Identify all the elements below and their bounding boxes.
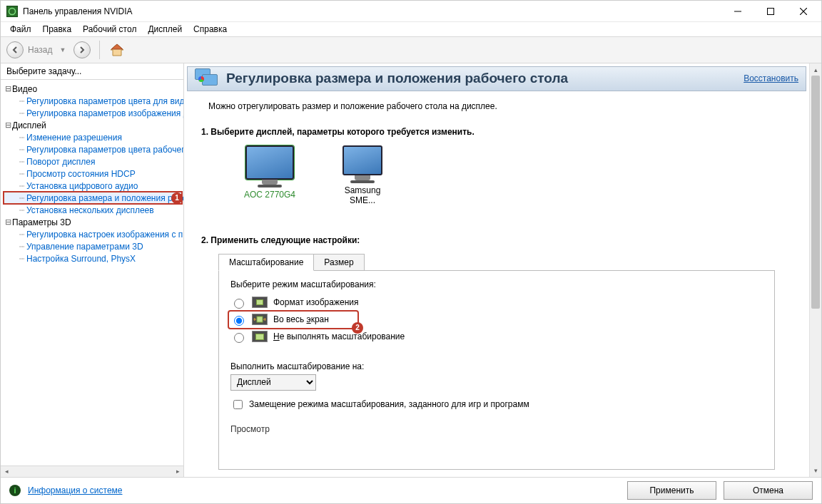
display-option-0[interactable]: AOC 2770G4 bbox=[241, 145, 298, 205]
back-dropdown-icon[interactable]: ▼ bbox=[59, 46, 69, 53]
back-button[interactable] bbox=[6, 41, 24, 58]
collapse-icon[interactable]: ⊟ bbox=[4, 217, 12, 227]
page-title: Регулировка размера и положения рабочего… bbox=[226, 71, 735, 86]
content-pane: Регулировка размера и положения рабочего… bbox=[184, 63, 809, 477]
tree-video-item-1[interactable]: ┈Регулировка параметров изображения д bbox=[4, 107, 183, 119]
radio-fullscreen-input[interactable] bbox=[234, 316, 244, 326]
fullscreen-icon bbox=[252, 314, 268, 325]
perform-scaling-on-label: Выполнить масштабирование на: bbox=[230, 361, 763, 371]
tab-panel-scaling: Выберите режим масштабирования: Формат и… bbox=[218, 270, 775, 470]
display-option-1[interactable]: Samsung SME... bbox=[334, 145, 391, 205]
settings-tabs: Масштабирование Размер bbox=[218, 254, 792, 270]
perform-scaling-on-select[interactable]: Дисплей bbox=[230, 374, 316, 391]
tree-display-item-5[interactable]: ┈Регулировка размера и положения рабо 1 bbox=[4, 192, 182, 204]
radio-noscaling-label: Не выполнять масштабирование bbox=[273, 331, 405, 341]
window-title: Панель управления NVIDIA bbox=[23, 6, 133, 16]
tree-3d[interactable]: ⊟ Параметры 3D bbox=[4, 216, 183, 228]
step2-title: 2. Применить следующие настройки: bbox=[201, 235, 792, 245]
radio-noscaling-input[interactable] bbox=[234, 333, 244, 343]
tree-display[interactable]: ⊟ Дисплей bbox=[4, 119, 183, 131]
forward-button[interactable] bbox=[73, 41, 91, 58]
toolbar-separator bbox=[99, 41, 100, 59]
sysinfo-icon: i bbox=[9, 485, 21, 496]
sidebar-hscrollbar[interactable]: ◂ ▸ bbox=[1, 466, 183, 477]
annotation-badge-1: 1 bbox=[171, 192, 183, 204]
display-label: AOC 2770G4 bbox=[241, 190, 298, 200]
scroll-right-icon[interactable]: ▸ bbox=[172, 466, 183, 477]
collapse-icon[interactable]: ⊟ bbox=[4, 120, 12, 130]
tree-3d-item-1[interactable]: ┈Управление параметрами 3D bbox=[4, 240, 183, 252]
task-tree: ⊟ Видео ┈Регулировка параметров цвета дл… bbox=[1, 80, 183, 466]
override-game-scaling[interactable]: Замещение режима масштабирования, заданн… bbox=[230, 398, 763, 411]
home-button[interactable] bbox=[108, 42, 126, 58]
step1-title: 1. Выберите дисплей, параметры которого … bbox=[201, 127, 792, 137]
noscaling-icon bbox=[252, 331, 268, 342]
content-vscrollbar[interactable]: ▴ ▾ bbox=[809, 63, 821, 477]
tab-size[interactable]: Размер bbox=[313, 254, 364, 270]
display-label: Samsung SME... bbox=[334, 185, 391, 205]
monitor-icon bbox=[342, 145, 382, 175]
tree-display-item-1[interactable]: ┈Регулировка параметров цвета рабочег bbox=[4, 143, 183, 155]
collapse-icon[interactable]: ⊟ bbox=[4, 84, 12, 93]
sidebar: Выберите задачу... ⊟ Видео ┈Регулировка … bbox=[1, 63, 184, 477]
tree-3d-item-2[interactable]: ┈Настройка Surround, PhysX bbox=[4, 252, 183, 264]
back-label: Назад bbox=[28, 45, 55, 55]
titlebar: Панель управления NVIDIA bbox=[1, 1, 821, 22]
menu-edit[interactable]: Правка bbox=[37, 23, 78, 36]
minimize-button[interactable] bbox=[721, 1, 754, 22]
radio-noscaling[interactable]: Не выполнять масштабирование bbox=[230, 328, 763, 346]
menu-help[interactable]: Справка bbox=[188, 23, 233, 36]
svg-marker-6 bbox=[111, 44, 123, 49]
apply-button[interactable]: Применить bbox=[627, 481, 716, 500]
footer: i Информация о системе Применить Отмена bbox=[1, 477, 821, 503]
monitor-icon bbox=[245, 145, 294, 180]
tree-video-item-0[interactable]: ┈Регулировка параметров цвета для вид bbox=[4, 95, 183, 107]
page-header-icon bbox=[195, 68, 218, 88]
override-checkbox[interactable] bbox=[233, 400, 243, 409]
svg-point-0 bbox=[9, 8, 16, 14]
annotation-badge-2: 2 bbox=[352, 322, 363, 334]
tree-display-item-4[interactable]: ┈Установка цифрового аудио bbox=[4, 180, 183, 192]
tree-display-item-3[interactable]: ┈Просмотр состояния HDCP bbox=[4, 168, 183, 180]
tree-display-item-6[interactable]: ┈Установка нескольких дисплеев bbox=[4, 204, 183, 216]
scroll-thumb[interactable] bbox=[811, 76, 820, 309]
tree-3d-item-0[interactable]: ┈Регулировка настроек изображения с пр bbox=[4, 228, 183, 240]
aspect-ratio-icon bbox=[252, 297, 268, 308]
sidebar-header: Выберите задачу... bbox=[1, 63, 183, 80]
svg-rect-2 bbox=[768, 8, 774, 14]
system-info-link[interactable]: Информация о системе bbox=[28, 485, 122, 495]
nav-toolbar: Назад ▼ bbox=[1, 37, 821, 63]
radio-aspect-input[interactable] bbox=[234, 299, 244, 309]
restore-defaults-link[interactable]: Восстановить bbox=[744, 73, 798, 83]
cancel-button[interactable]: Отмена bbox=[724, 481, 813, 500]
scaling-mode-label: Выберите режим масштабирования: bbox=[230, 279, 763, 289]
maximize-button[interactable] bbox=[754, 1, 787, 22]
preview-label: Просмотр bbox=[230, 424, 763, 434]
radio-aspect[interactable]: Формат изображения bbox=[230, 294, 763, 312]
svg-rect-7 bbox=[257, 317, 263, 322]
tree-video[interactable]: ⊟ Видео bbox=[4, 83, 183, 95]
scroll-left-icon[interactable]: ◂ bbox=[1, 466, 12, 477]
menu-desktop[interactable]: Рабочий стол bbox=[77, 23, 142, 36]
menu-file[interactable]: Файл bbox=[4, 23, 37, 36]
menubar: Файл Правка Рабочий стол Дисплей Справка bbox=[1, 22, 821, 37]
tree-display-item-0[interactable]: ┈Изменение разрешения bbox=[4, 131, 183, 143]
radio-fullscreen-label: Во весь экран bbox=[273, 314, 329, 324]
radio-fullscreen[interactable]: Во весь экран 2 bbox=[229, 312, 357, 328]
close-button[interactable] bbox=[787, 1, 820, 22]
scroll-down-icon[interactable]: ▾ bbox=[810, 465, 821, 477]
page-header: Регулировка размера и положения рабочего… bbox=[187, 66, 806, 91]
nvidia-icon bbox=[6, 6, 18, 17]
menu-display[interactable]: Дисплей bbox=[142, 23, 188, 36]
page-subtitle: Можно отрегулировать размер и положение … bbox=[187, 91, 806, 121]
tree-display-item-2[interactable]: ┈Поворот дисплея bbox=[4, 155, 183, 168]
scroll-up-icon[interactable]: ▴ bbox=[810, 63, 821, 76]
tab-scaling[interactable]: Масштабирование bbox=[218, 254, 314, 271]
